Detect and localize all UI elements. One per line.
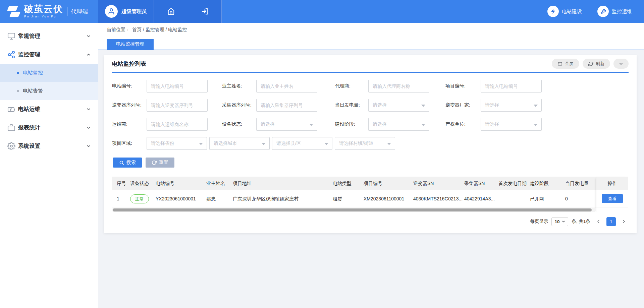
filter-field-region: 项目区域: 请选择省份 请选择城市 请选择县/区: [112, 137, 397, 150]
filter-label: 项目编号:: [445, 83, 481, 89]
module-monitor-ops[interactable]: 监控运维: [597, 6, 632, 17]
filter-label: 代理商:: [335, 83, 368, 89]
total-label: 条, 共1条: [572, 219, 590, 225]
filter-field-inverter-sn: 逆变器序列号:: [112, 99, 208, 112]
sidebar-subitem-station-monitor[interactable]: 电站监控: [0, 64, 98, 82]
cell-type: 租赁: [333, 190, 364, 207]
action-column: 操作 查看: [596, 177, 628, 212]
filter-label: 运维商:: [112, 121, 147, 127]
chevron-down-icon: [86, 34, 91, 39]
logout-button[interactable]: [188, 0, 222, 23]
chevron-left-icon: [596, 219, 601, 224]
filter-form: 电站编号: 业主姓名: 代理商: 项目编号:: [112, 73, 629, 168]
city-select[interactable]: 请选择城市: [209, 137, 270, 150]
col-index: 序号: [112, 177, 130, 190]
project-no-input[interactable]: [481, 80, 542, 93]
chevron-down-icon: [619, 61, 624, 66]
cell-address: 广东深圳龙华区观澜镇姚家庄村: [233, 190, 333, 207]
lightning-icon: [550, 8, 556, 14]
filter-field-owner-name: 业主姓名:: [222, 80, 317, 93]
cell-stage: 已并网: [530, 190, 565, 207]
col-type: 电站类型: [333, 177, 364, 190]
portal-label: 代理端: [71, 8, 88, 15]
prev-page-button[interactable]: [594, 217, 603, 226]
device-status-select[interactable]: 请选择: [256, 118, 317, 131]
agent-input[interactable]: [368, 80, 429, 93]
ops-vendor-input[interactable]: [147, 118, 208, 131]
col-address: 项目地址: [233, 177, 333, 190]
triangle-down-icon: [309, 124, 313, 126]
triangle-down-icon: [534, 124, 538, 126]
build-stage-select[interactable]: 请选择: [368, 118, 429, 131]
triangle-down-icon: [534, 105, 538, 107]
sidebar-item-reports[interactable]: 报表统计: [0, 118, 98, 137]
sidebar-item-general[interactable]: 常规管理: [0, 27, 98, 45]
town-select[interactable]: 请选择村镇/街道: [335, 137, 395, 150]
refresh-button[interactable]: 刷新: [583, 59, 610, 69]
triangle-down-icon: [262, 143, 266, 145]
page-1-button[interactable]: 1: [606, 217, 616, 226]
cell-index: 1: [112, 190, 130, 207]
filter-label: 业主姓名:: [222, 83, 256, 89]
sidebar-subitem-station-alarm[interactable]: 电站告警: [0, 82, 98, 100]
home-button[interactable]: [154, 0, 188, 23]
triangle-down-icon: [199, 143, 203, 145]
station-monitor-card: 电站监控列表 全屏 刷新: [104, 55, 637, 233]
province-select[interactable]: 请选择省份: [147, 137, 207, 150]
county-select[interactable]: 请选择县/区: [272, 137, 332, 150]
filter-field-station-no: 电站编号:: [112, 80, 208, 93]
filter-label: 采集器序列号:: [222, 102, 256, 108]
user-menu[interactable]: 超级管理员: [98, 0, 154, 23]
owner-name-input[interactable]: [256, 80, 317, 93]
search-button[interactable]: 搜索: [113, 158, 142, 168]
monitor-icon: [7, 32, 15, 40]
scrollbar-thumb[interactable]: [113, 208, 592, 211]
daily-power-select[interactable]: 请选择: [368, 99, 429, 112]
inverter-maker-select[interactable]: 请选择: [481, 99, 542, 112]
cell-daily-power: 0: [565, 190, 596, 207]
property-unit-select[interactable]: 请选择: [481, 118, 542, 131]
breadcrumb-path[interactable]: 首页 / 监控管理 / 电站监控: [132, 27, 187, 33]
per-page-select[interactable]: 10: [551, 217, 568, 226]
view-button[interactable]: 查看: [602, 194, 623, 203]
chevron-down-icon: [561, 220, 566, 224]
horizontal-scrollbar[interactable]: [112, 208, 596, 212]
collapse-button[interactable]: [613, 59, 629, 69]
sidebar-item-label: 监控管理: [18, 51, 40, 58]
module-station-build[interactable]: 电站建设: [547, 6, 582, 17]
next-page-button[interactable]: [619, 217, 629, 226]
user-name: 超级管理员: [121, 8, 147, 15]
user-band: 超级管理员: [98, 0, 222, 23]
tab-station-monitor-mgmt[interactable]: 电站监控管理: [107, 39, 154, 50]
chevron-down-icon: [86, 143, 91, 149]
sidebar-item-station-ops[interactable]: 电站运维: [0, 100, 98, 118]
collector-sn-input[interactable]: [256, 99, 317, 112]
home-icon: [167, 8, 175, 15]
logout-icon: [201, 8, 209, 15]
reset-icon: [152, 160, 157, 165]
main-area: 当前位置： 首页 / 监控管理 / 电站监控 电站监控管理 电站监控列表 全屏 …: [98, 23, 644, 308]
col-project-no: 项目编号: [364, 177, 413, 190]
user-icon: [108, 8, 115, 15]
cell-first-date: [498, 190, 530, 207]
sidebar: 常规管理 监控管理 电站监控 电站告警 电站运维: [0, 23, 98, 308]
filter-label: 电站编号:: [112, 83, 147, 89]
battery-charging-icon: [7, 105, 15, 113]
sidebar-item-monitor[interactable]: 监控管理: [0, 45, 98, 64]
inverter-sn-input[interactable]: [147, 99, 208, 112]
fullscreen-button[interactable]: 全屏: [552, 59, 579, 69]
sidebar-item-settings[interactable]: 系统设置: [0, 137, 98, 155]
reset-button[interactable]: 重置: [146, 158, 174, 168]
triangle-down-icon: [421, 105, 425, 107]
filter-field-collector-sn: 采集器序列号:: [222, 99, 317, 112]
filter-label: 项目区域:: [112, 140, 147, 146]
filter-field-ops-vendor: 运维商:: [112, 118, 208, 131]
refresh-icon: [588, 61, 593, 66]
logo-subtitle: Po Jian Yun Fu: [24, 15, 63, 18]
col-stage: 建设阶段: [530, 177, 565, 190]
col-collector-sn: 采集器SN: [464, 177, 498, 190]
status-badge: 正常: [130, 194, 149, 203]
station-no-input[interactable]: [147, 80, 208, 93]
col-first-date: 首次发电日期: [498, 177, 530, 190]
col-inverter-sn: 逆变器SN: [413, 177, 464, 190]
